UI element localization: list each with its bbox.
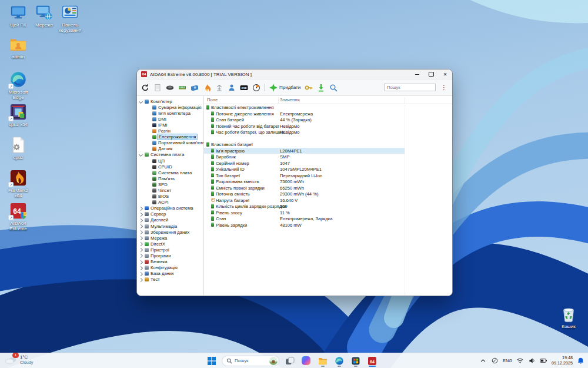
tree-item-storage[interactable]: Збереження даних	[137, 229, 203, 235]
tree-item-ipmi[interactable]: IPMI	[137, 122, 203, 128]
tree-item-chipset[interactable]: Чіпсет	[137, 187, 203, 193]
cpu-icon[interactable]	[166, 84, 174, 92]
tree-item-directx[interactable]: DirectX	[137, 241, 203, 247]
toolbar-search-input[interactable]	[384, 84, 436, 91]
tree-item-multimedia[interactable]: Мультимедіа	[137, 223, 203, 229]
maximize-button[interactable]	[424, 69, 438, 79]
more-menu-icon[interactable]: ⋮	[440, 84, 448, 91]
tree-item-acpi[interactable]: ACPI	[137, 200, 203, 205]
tree-item-power[interactable]: Електроживлення	[137, 134, 203, 140]
key-icon[interactable]	[305, 84, 313, 92]
chevron-right-icon[interactable]	[139, 242, 143, 246]
desktop-icon-network[interactable]: Мережа	[31, 4, 58, 28]
value-row[interactable]: Унікальний ID1047SMPL20M4PE1	[204, 166, 452, 173]
tree-item-security[interactable]: Безпека	[137, 259, 203, 265]
taskbar-file-explorer-button[interactable]	[316, 354, 329, 367]
tree-item-portable[interactable]: Портативний комп'ютер	[137, 140, 203, 146]
chevron-right-icon[interactable]	[139, 278, 143, 282]
value-row[interactable]: Розрахована ємність75000 mWh	[204, 178, 452, 185]
chevron-right-icon[interactable]	[139, 207, 143, 211]
value-row[interactable]: СтанЕлектромережа, Зарядка	[204, 216, 452, 222]
column-divider[interactable]	[278, 97, 279, 104]
chevron-right-icon[interactable]	[139, 213, 143, 217]
desktop-icon-gear-file[interactable]: cpuz	[5, 136, 32, 160]
column-field[interactable]: Поле	[207, 97, 218, 102]
chevron-right-icon[interactable]	[139, 236, 143, 240]
taskbar-store-button[interactable]	[349, 354, 362, 367]
value-row[interactable]: Повний час роботи від батареїНевідомо	[204, 123, 452, 130]
chevron-right-icon[interactable]	[139, 266, 143, 270]
column-divider[interactable]	[405, 97, 405, 104]
report-icon[interactable]	[153, 84, 162, 92]
tree-item-benchmark[interactable]: Тест	[137, 277, 203, 283]
value-row[interactable]: ВиробникSMP	[204, 154, 452, 160]
weather-widget[interactable]: 1 1°C Cloudy	[5, 354, 33, 365]
refresh-icon[interactable]	[141, 84, 149, 92]
chevron-right-icon[interactable]	[139, 272, 143, 276]
value-row[interactable]: Поточне джерело живленняЕлектромережа	[204, 111, 452, 117]
burn-icon[interactable]	[203, 84, 211, 92]
taskbar-task-view-button[interactable]	[283, 354, 296, 367]
clock[interactable]: 19:48 09.12.2025	[552, 356, 573, 366]
benchmark-icon[interactable]	[215, 84, 223, 92]
tree-item-computer-name[interactable]: Ім'я комп'ютера	[137, 110, 203, 116]
value-row[interactable]: Час роботи батареї, що залишив...Невідом…	[204, 129, 452, 135]
tree-item-overclock[interactable]: Розгін	[137, 128, 203, 134]
tree-item-spd[interactable]: SPD	[137, 181, 203, 187]
column-value[interactable]: Значення	[280, 97, 300, 102]
chevron-right-icon[interactable]	[139, 218, 143, 223]
tree-item-display[interactable]: Дисплей	[137, 217, 203, 223]
user-icon[interactable]	[228, 84, 236, 92]
desktop-icon-cpuz-app[interactable]: ↗cpuz x64	[5, 103, 32, 127]
taskbar-edge-button[interactable]	[333, 354, 345, 367]
chevron-right-icon[interactable]	[139, 254, 143, 258]
value-row[interactable]: Ім'я пристроюL20M4PE1	[204, 148, 452, 154]
tree-item-sensor[interactable]: Датчик	[137, 146, 203, 152]
chevron-down-icon[interactable]	[139, 152, 143, 157]
value-row[interactable]: Напруга батареї16.646 V	[204, 197, 452, 204]
tree-item-os[interactable]: Операційна система	[137, 205, 203, 211]
tree-item-cpu[interactable]: ЦП	[137, 158, 203, 164]
taskbar-copilot-button[interactable]	[300, 354, 312, 367]
osd-icon[interactable]: OSD	[240, 84, 248, 92]
column-headers[interactable]: Поле Значення	[204, 96, 452, 104]
value-row[interactable]: Кількість циклів зарядки-розрядки369	[204, 203, 452, 210]
value-row[interactable]: Рівень зарядки48106 mW	[204, 222, 452, 228]
value-row[interactable]: Поточна ємність29300 mWh (44 %)	[204, 191, 452, 197]
notification-bell-icon[interactable]	[577, 357, 584, 364]
desktop-icon-furmark[interactable]: ↗FurMark2 x64	[5, 169, 32, 198]
desktop-icon-recycle-bin[interactable]: Кошик	[555, 305, 582, 329]
volume-icon[interactable]	[528, 357, 536, 364]
taskbar-aida64-button[interactable]: 64	[366, 354, 378, 367]
taskbar-search-box[interactable]: Пошук	[222, 356, 279, 366]
video-adapter-icon[interactable]	[191, 84, 199, 92]
hidden-icons-chevron[interactable]	[479, 357, 487, 364]
gauge-icon[interactable]	[252, 84, 260, 92]
chevron-right-icon[interactable]	[139, 260, 143, 264]
taskbar-start-button[interactable]	[205, 354, 218, 367]
chevron-down-icon[interactable]	[139, 100, 143, 104]
desktop-icon-aida64[interactable]: 64↗AIDA64 Extreme	[5, 202, 32, 231]
value-row[interactable]: Тип батареїПерезарядний Li-Ion	[204, 173, 452, 179]
tree-item-bios[interactable]: BIOS	[137, 194, 203, 200]
desktop-icon-this-pc[interactable]: Цей ПК	[5, 4, 32, 28]
chevron-right-icon[interactable]	[139, 224, 143, 228]
value-row[interactable]: Стан батарей44 % (Зарядка)	[204, 117, 452, 123]
tree-item-dmi[interactable]: DMI	[137, 116, 203, 122]
buy-button[interactable]: Придбати	[269, 84, 300, 92]
chevron-right-icon[interactable]	[139, 248, 143, 252]
search-highlight-image[interactable]	[269, 357, 278, 365]
section-row[interactable]: Властивості електроживлення	[204, 104, 452, 111]
desktop-icon-edge[interactable]: ↗Microsoft Edge	[5, 71, 32, 100]
wifi-icon[interactable]	[516, 357, 524, 364]
tree-item-summary[interactable]: Сумарна інформація	[137, 104, 203, 110]
tree-item-software[interactable]: Програми	[137, 253, 203, 258]
desktop-icon-control-panel[interactable]: Панель керування	[56, 4, 83, 33]
minimize-button[interactable]	[410, 69, 424, 79]
tree-item-computer[interactable]: Комп'ютер	[137, 98, 203, 104]
value-row[interactable]: Ємність повної зарядки66250 mWh	[204, 185, 452, 191]
tree-item-cpuid[interactable]: CPUID	[137, 164, 203, 170]
tree-item-database[interactable]: База даних	[137, 271, 203, 277]
tree-item-motherboard[interactable]: Системна плата	[137, 152, 203, 158]
close-button[interactable]: ✕	[438, 69, 452, 79]
